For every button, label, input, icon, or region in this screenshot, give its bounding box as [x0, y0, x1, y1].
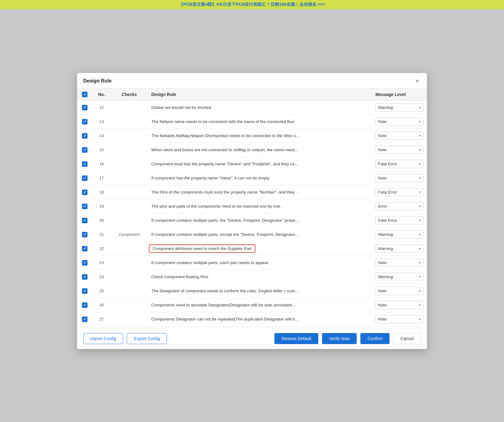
message-level-dropdown[interactable]: Fatal Error▾ — [375, 160, 423, 168]
row-checkbox[interactable] — [82, 316, 87, 322]
chevron-down-icon: ▾ — [419, 134, 421, 137]
message-level-dropdown[interactable]: Warning▾ — [375, 103, 423, 112]
verify-now-button[interactable]: Verify Now — [322, 333, 357, 344]
row-message-level[interactable]: Fatal Error▾ — [372, 213, 427, 228]
row-checkbox-cell[interactable] — [77, 185, 92, 199]
chevron-down-icon: ▾ — [419, 148, 421, 152]
row-checkbox[interactable] — [82, 133, 87, 139]
message-level-dropdown[interactable]: Note▾ — [375, 174, 423, 182]
table-row: 26Components need to annotate Designator… — [77, 298, 427, 312]
design-rule-table: No. Checks Design Rule Message Level 12G… — [77, 89, 427, 328]
message-level-dropdown[interactable]: Note▾ — [375, 287, 423, 295]
row-checkbox[interactable] — [82, 105, 87, 110]
row-message-level[interactable]: Note▾ — [372, 284, 427, 298]
row-checkbox[interactable] — [82, 204, 87, 209]
row-checkbox[interactable] — [82, 147, 87, 153]
row-checkbox[interactable] — [82, 218, 87, 223]
row-checkbox-cell[interactable] — [77, 199, 92, 213]
confirm-button[interactable]: Confirm — [360, 333, 390, 344]
row-checkbox[interactable] — [82, 274, 87, 280]
message-level-dropdown[interactable]: Fatal Error▾ — [375, 188, 423, 196]
row-checks-category — [111, 143, 148, 157]
row-number: 23 — [92, 256, 111, 270]
row-rule-description: If component contains multiple parts, ea… — [148, 256, 372, 270]
row-checkbox[interactable] — [82, 175, 87, 181]
row-message-level[interactable]: Fatal Error▾ — [372, 185, 427, 199]
row-checkbox[interactable] — [82, 232, 87, 237]
row-checkbox-cell[interactable] — [77, 270, 92, 284]
dialog-overlay: Design Rule × No. Checks Design Rule — [77, 73, 427, 349]
row-checkbox-cell[interactable] — [77, 129, 92, 143]
row-message-level[interactable]: Note▾ — [372, 143, 427, 157]
row-number: 12 — [92, 101, 111, 115]
row-checkbox-cell[interactable] — [77, 171, 92, 185]
row-checkbox[interactable] — [82, 246, 87, 251]
row-message-level[interactable]: Note▾ — [372, 312, 427, 326]
dialog-body: No. Checks Design Rule Message Level 12G… — [77, 89, 427, 328]
row-message-level[interactable]: Note▾ — [372, 171, 427, 185]
row-message-level[interactable]: Note▾ — [372, 298, 427, 312]
table-header-row: No. Checks Design Rule Message Level — [77, 89, 427, 101]
message-level-dropdown[interactable]: Note▾ — [375, 259, 423, 267]
message-level-dropdown[interactable]: Note▾ — [375, 117, 423, 126]
cancel-button[interactable]: Cancel — [393, 333, 421, 344]
close-button[interactable]: × — [413, 77, 421, 85]
row-message-level[interactable]: Warning▾ — [372, 270, 427, 284]
dialog-footer: Import Config Export Config Restore Defa… — [77, 328, 427, 349]
message-level-dropdown[interactable]: Note▾ — [375, 301, 423, 309]
restore-default-button[interactable]: Restore Default — [274, 333, 318, 344]
message-level-dropdown[interactable]: Note▾ — [375, 146, 423, 154]
message-level-value: Note — [378, 303, 386, 307]
row-message-level[interactable]: Warning▾ — [372, 242, 427, 256]
row-checkbox-cell[interactable] — [77, 298, 92, 312]
chevron-down-icon: ▾ — [419, 303, 421, 307]
row-checkbox-cell[interactable] — [77, 101, 92, 115]
row-checkbox-cell[interactable] — [77, 242, 92, 256]
row-checkbox[interactable] — [82, 288, 87, 294]
row-checkbox-cell[interactable] — [77, 256, 92, 270]
row-message-level[interactable]: Warning▾ — [372, 228, 427, 242]
row-message-level[interactable]: Note▾ — [372, 129, 427, 143]
table-wrapper[interactable]: No. Checks Design Rule Message Level 12G… — [77, 89, 427, 328]
export-config-button[interactable]: Export Config — [127, 333, 167, 344]
row-checkbox-cell[interactable] — [77, 284, 92, 298]
highlighted-rule-text: Component attributes need to match the S… — [149, 244, 255, 253]
row-rule-description: The pins and pads of the components need… — [148, 199, 372, 213]
message-level-dropdown[interactable]: Warning▾ — [375, 273, 423, 281]
row-checkbox[interactable] — [82, 302, 87, 308]
message-level-dropdown[interactable]: Note▾ — [375, 132, 423, 140]
dialog-header: Design Rule × — [77, 73, 427, 89]
chevron-down-icon: ▾ — [419, 289, 421, 293]
message-level-dropdown[interactable]: Warning▾ — [375, 230, 423, 239]
row-checkbox[interactable] — [82, 260, 87, 266]
chevron-down-icon: ▾ — [419, 275, 421, 278]
row-checkbox[interactable] — [82, 119, 87, 125]
row-checkbox-cell[interactable] — [77, 228, 92, 242]
message-level-dropdown[interactable]: Warning▾ — [375, 244, 423, 253]
message-level-dropdown[interactable]: Error▾ — [375, 202, 423, 210]
row-checkbox-cell[interactable] — [77, 312, 92, 326]
row-message-level[interactable]: Note▾ — [372, 115, 427, 129]
header-checkbox-cell[interactable] — [77, 89, 92, 101]
header-message-level: Message Level — [372, 89, 427, 101]
row-message-level[interactable]: Fatal Error▾ — [372, 157, 427, 171]
message-level-value: Warning — [378, 232, 393, 237]
row-checkbox-cell[interactable] — [77, 115, 92, 129]
row-message-level[interactable]: Warning▾ — [372, 101, 427, 115]
message-level-dropdown[interactable]: Note▾ — [375, 315, 423, 323]
row-checkbox-cell[interactable] — [77, 157, 92, 171]
row-checkbox-cell[interactable] — [77, 213, 92, 228]
row-checks-category — [111, 284, 148, 298]
row-number: 26 — [92, 298, 111, 312]
message-level-dropdown[interactable]: Fatal Error▾ — [375, 216, 423, 224]
row-checkbox[interactable] — [82, 161, 87, 167]
row-checkbox-cell[interactable] — [77, 143, 92, 157]
design-rule-dialog: Design Rule × No. Checks Design Rule — [77, 73, 427, 349]
import-config-button[interactable]: Import Config — [83, 333, 123, 344]
row-checkbox[interactable] — [82, 190, 87, 195]
row-message-level[interactable]: Note▾ — [372, 256, 427, 270]
row-number: 20 — [92, 213, 111, 228]
select-all-checkbox[interactable] — [82, 92, 87, 97]
row-checks-category — [111, 171, 148, 185]
row-message-level[interactable]: Error▾ — [372, 199, 427, 213]
